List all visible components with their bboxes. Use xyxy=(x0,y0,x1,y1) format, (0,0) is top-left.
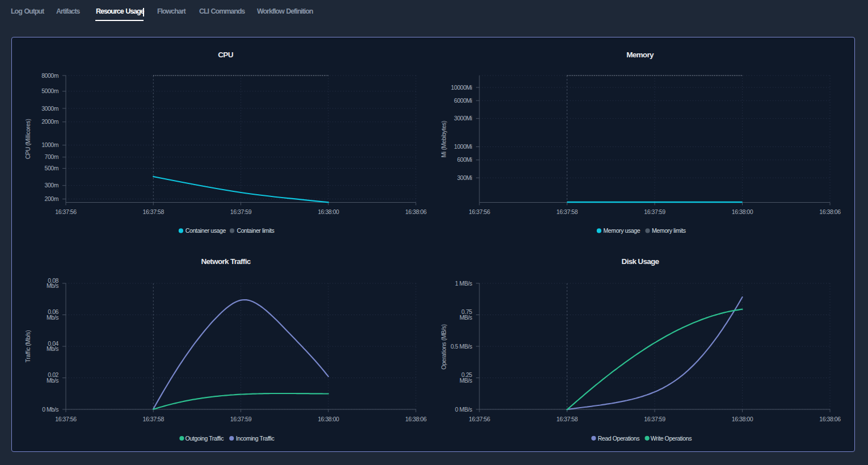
svg-text:16:37:56: 16:37:56 xyxy=(55,416,77,422)
svg-text:16:37:56: 16:37:56 xyxy=(55,208,77,215)
svg-text:16:38:00: 16:38:00 xyxy=(732,208,753,215)
svg-text:300Mi: 300Mi xyxy=(457,174,472,181)
svg-text:16:37:59: 16:37:59 xyxy=(230,416,252,422)
svg-text:Mb/s: Mb/s xyxy=(47,345,58,352)
svg-text:Mb/s: Mb/s xyxy=(47,314,58,321)
svg-text:Read Operations: Read Operations xyxy=(598,435,640,442)
svg-text:16:37:59: 16:37:59 xyxy=(644,208,665,215)
svg-text:5000m: 5000m xyxy=(41,87,59,94)
svg-text:200m: 200m xyxy=(45,195,59,202)
svg-text:3000Mi: 3000Mi xyxy=(454,115,472,122)
svg-text:300m: 300m xyxy=(45,182,59,188)
svg-text:1000m: 1000m xyxy=(41,141,59,148)
svg-text:700m: 700m xyxy=(45,153,59,160)
svg-text:Disk Usage: Disk Usage xyxy=(622,257,660,266)
svg-text:Incoming Traffic: Incoming Traffic xyxy=(236,435,275,442)
svg-text:Memory limits: Memory limits xyxy=(652,227,686,234)
svg-text:Container usage: Container usage xyxy=(186,227,226,234)
svg-text:Traffic (Mb/s): Traffic (Mb/s) xyxy=(24,330,31,362)
svg-text:600Mi: 600Mi xyxy=(457,156,472,163)
svg-text:Network Traffic: Network Traffic xyxy=(201,257,251,266)
svg-text:16:37:58: 16:37:58 xyxy=(143,416,165,422)
svg-text:500m: 500m xyxy=(45,165,59,171)
svg-text:16:37:56: 16:37:56 xyxy=(469,416,490,422)
svg-text:16:37:58: 16:37:58 xyxy=(557,416,578,422)
svg-text:8000m: 8000m xyxy=(41,72,59,79)
svg-text:16:38:00: 16:38:00 xyxy=(318,416,339,422)
svg-text:MB/s: MB/s xyxy=(460,377,472,384)
svg-text:CPU (Millicores): CPU (Millicores) xyxy=(24,119,31,159)
svg-text:Write Operations: Write Operations xyxy=(651,435,692,442)
svg-text:16:37:58: 16:37:58 xyxy=(557,208,578,215)
svg-text:Mb/s: Mb/s xyxy=(47,282,58,289)
svg-text:16:37:59: 16:37:59 xyxy=(230,208,252,215)
svg-text:Mb/s: Mb/s xyxy=(47,377,58,384)
svg-text:Mi (Mebibytes): Mi (Mebibytes) xyxy=(440,121,447,158)
svg-text:16:37:59: 16:37:59 xyxy=(644,416,665,422)
svg-text:Outgoing Traffic: Outgoing Traffic xyxy=(186,435,224,442)
svg-text:16:38:00: 16:38:00 xyxy=(732,416,753,422)
svg-text:0 MB/s: 0 MB/s xyxy=(455,406,472,413)
svg-text:0 Mb/s: 0 Mb/s xyxy=(42,406,58,413)
svg-text:Operations (MB/s): Operations (MB/s) xyxy=(440,324,447,370)
svg-text:6000Mi: 6000Mi xyxy=(454,97,472,104)
svg-text:Container limits: Container limits xyxy=(237,227,275,234)
svg-text:Memory usage: Memory usage xyxy=(604,227,641,234)
svg-text:1000Mi: 1000Mi xyxy=(454,143,472,150)
svg-text:16:38:00: 16:38:00 xyxy=(318,208,339,215)
svg-text:16:38:06: 16:38:06 xyxy=(819,208,841,215)
svg-text:16:38:06: 16:38:06 xyxy=(819,416,841,422)
svg-text:16:37:58: 16:37:58 xyxy=(143,208,165,215)
svg-text:CPU: CPU xyxy=(218,51,233,59)
svg-text:16:38:06: 16:38:06 xyxy=(405,416,427,422)
svg-text:MB/s: MB/s xyxy=(460,314,472,321)
svg-text:10000Mi: 10000Mi xyxy=(451,84,472,91)
svg-text:2000m: 2000m xyxy=(41,118,59,125)
svg-text:16:38:06: 16:38:06 xyxy=(405,208,427,215)
svg-text:1 MB/s: 1 MB/s xyxy=(455,280,472,287)
svg-text:16:37:56: 16:37:56 xyxy=(469,208,490,215)
svg-text:Memory: Memory xyxy=(626,51,654,59)
svg-text:3000m: 3000m xyxy=(41,105,59,112)
svg-text:0.5 MB/s: 0.5 MB/s xyxy=(450,343,472,350)
